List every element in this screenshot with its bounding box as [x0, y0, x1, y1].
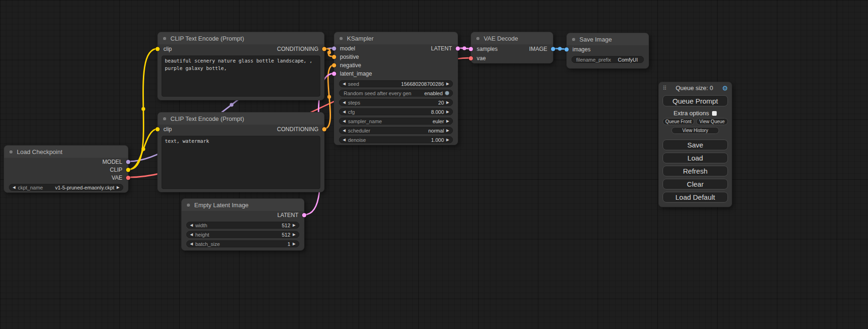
widget-sampler-name[interactable]: ◀ sampler_name euler ▶	[339, 118, 453, 125]
widget-cfg[interactable]: ◀ cfg 8.000 ▶	[339, 108, 453, 115]
node-vae-decode[interactable]: VAE Decode samples IMAGE vae	[471, 32, 553, 63]
link-midpoint-dot[interactable]	[463, 47, 466, 50]
collapse-dot-icon[interactable]	[339, 36, 343, 41]
input-label-samples: samples	[477, 46, 498, 52]
save-button[interactable]: Save	[663, 140, 728, 150]
node-clip-text-encode-negative[interactable]: CLIP Text Encode (Prompt) clip CONDITION…	[157, 112, 325, 192]
decrement-arrow-icon[interactable]: ◀	[343, 138, 346, 142]
node-ksampler[interactable]: KSampler model LATENT positive negative …	[334, 32, 458, 145]
view-history-button[interactable]: View History	[671, 127, 719, 134]
increment-arrow-icon[interactable]: ▶	[446, 138, 449, 142]
load-default-button[interactable]: Load Default	[663, 192, 728, 203]
node-titlebar[interactable]: CLIP Text Encode (Prompt)	[158, 112, 324, 125]
node-titlebar[interactable]: Load Checkpoint	[4, 146, 128, 158]
input-port-model[interactable]	[332, 47, 336, 51]
output-label-latent: LATENT	[277, 212, 298, 218]
prompt-textarea[interactable]: text, watermark	[162, 136, 320, 189]
widget-value: enabled	[424, 91, 443, 96]
node-graph-canvas[interactable]: Load Checkpoint MODEL CLIP VAE ◀ ckpt_na…	[0, 0, 868, 329]
increment-arrow-icon[interactable]: ▶	[293, 242, 296, 246]
input-port-latent-image[interactable]	[332, 72, 336, 76]
view-queue-button[interactable]: View Queue	[696, 118, 728, 125]
node-load-checkpoint[interactable]: Load Checkpoint MODEL CLIP VAE ◀ ckpt_na…	[4, 145, 128, 193]
input-port-clip[interactable]	[155, 47, 160, 51]
input-port-negative[interactable]	[332, 63, 336, 68]
node-save-image[interactable]: Save Image images filename_prefix ComfyU…	[566, 33, 649, 69]
widget-label: scheduler	[348, 128, 370, 133]
increment-arrow-icon[interactable]: ▶	[446, 119, 449, 123]
widget-steps[interactable]: ◀ steps 20 ▶	[339, 99, 453, 106]
decrement-arrow-icon[interactable]: ◀	[343, 129, 346, 133]
widget-denoise[interactable]: ◀ denoise 1.000 ▶	[339, 136, 453, 143]
decrement-arrow-icon[interactable]: ◀	[190, 233, 193, 237]
decrement-arrow-icon[interactable]: ◀	[343, 110, 346, 114]
link-midpoint-dot[interactable]	[230, 103, 233, 107]
drag-handle-icon[interactable]: ⠿	[663, 85, 667, 91]
output-port-model[interactable]	[126, 160, 130, 164]
increment-arrow-icon[interactable]: ▶	[446, 110, 449, 114]
widget-filename-prefix[interactable]: filename_prefix ComfyUI	[572, 56, 644, 63]
link-midpoint-dot[interactable]	[558, 47, 562, 51]
extra-options-checkbox[interactable]	[712, 111, 717, 116]
collapse-dot-icon[interactable]	[186, 203, 191, 207]
widget-value: 1	[288, 241, 290, 247]
decrement-arrow-icon[interactable]: ◀	[343, 101, 346, 105]
increment-arrow-icon[interactable]: ▶	[293, 233, 296, 237]
collapse-dot-icon[interactable]	[9, 150, 13, 154]
increment-arrow-icon[interactable]: ▶	[446, 82, 449, 86]
input-port-vae[interactable]	[469, 56, 473, 61]
increment-arrow-icon[interactable]: ▶	[446, 101, 449, 105]
link-midpoint-dot[interactable]	[141, 107, 145, 111]
input-label-images: images	[572, 46, 591, 53]
increment-arrow-icon[interactable]: ▶	[446, 129, 449, 133]
input-port-clip[interactable]	[155, 127, 160, 132]
collapse-dot-icon[interactable]	[572, 37, 576, 42]
menu-panel: ⠿ Queue size: 0 ⚙ Queue Prompt Extra opt…	[658, 82, 732, 207]
output-port-latent[interactable]	[456, 47, 460, 51]
decrement-arrow-icon[interactable]: ◀	[343, 82, 346, 86]
link-midpoint-dot[interactable]	[327, 95, 331, 99]
refresh-button[interactable]: Refresh	[663, 166, 728, 176]
node-titlebar[interactable]: Save Image	[567, 33, 649, 45]
output-port-vae[interactable]	[126, 175, 130, 180]
output-port-latent[interactable]	[302, 213, 306, 217]
node-titlebar[interactable]: CLIP Text Encode (Prompt)	[158, 32, 324, 44]
output-port-clip[interactable]	[126, 168, 130, 172]
input-port-images[interactable]	[565, 48, 569, 52]
collapse-dot-icon[interactable]	[476, 36, 480, 41]
decrement-arrow-icon[interactable]: ◀	[13, 186, 15, 189]
node-titlebar[interactable]: VAE Decode	[471, 32, 553, 44]
collapse-dot-icon[interactable]	[162, 117, 167, 121]
collapse-dot-icon[interactable]	[162, 36, 167, 41]
output-port-image[interactable]	[551, 47, 555, 51]
decrement-arrow-icon[interactable]: ◀	[190, 224, 193, 227]
node-titlebar[interactable]: KSampler	[334, 32, 458, 44]
node-clip-text-encode-positive[interactable]: CLIP Text Encode (Prompt) clip CONDITION…	[157, 32, 325, 100]
output-port-conditioning[interactable]	[322, 127, 326, 132]
widget-width[interactable]: ◀ width 512 ▶	[186, 222, 299, 229]
input-port-samples[interactable]	[469, 47, 473, 51]
prompt-textarea[interactable]: beautiful scenery nature glass bottle la…	[162, 56, 320, 97]
queue-prompt-button[interactable]: Queue Prompt	[663, 95, 728, 106]
widget-seed[interactable]: ◀ seed 156680208700286 ▶	[339, 80, 453, 87]
decrement-arrow-icon[interactable]: ◀	[343, 119, 346, 123]
output-port-conditioning[interactable]	[322, 47, 326, 51]
widget-scheduler[interactable]: ◀ scheduler normal ▶	[339, 127, 453, 134]
node-empty-latent-image[interactable]: Empty Latent Image LATENT ◀ width 512 ▶ …	[181, 198, 304, 251]
node-titlebar[interactable]: Empty Latent Image	[182, 199, 304, 211]
widget-height[interactable]: ◀ height 512 ▶	[186, 231, 299, 238]
toggle-knob-icon[interactable]	[445, 91, 449, 95]
increment-arrow-icon[interactable]: ▶	[293, 224, 296, 227]
widget-batch-size[interactable]: ◀ batch_size 1 ▶	[186, 240, 299, 247]
queue-front-button[interactable]: Queue Front	[663, 118, 694, 125]
widget-random-seed-toggle[interactable]: Random seed after every gen enabled	[339, 90, 453, 97]
link-midpoint-dot[interactable]	[327, 51, 331, 55]
increment-arrow-icon[interactable]: ▶	[117, 186, 120, 189]
clear-button[interactable]: Clear	[663, 179, 728, 189]
load-button[interactable]: Load	[663, 153, 728, 163]
input-port-positive[interactable]	[332, 55, 336, 59]
link-midpoint-dot[interactable]	[141, 147, 145, 151]
decrement-arrow-icon[interactable]: ◀	[190, 242, 193, 246]
widget-ckpt-name[interactable]: ◀ ckpt_name v1-5-pruned-emaonly.ckpt ▶	[9, 184, 123, 191]
settings-gear-icon[interactable]: ⚙	[722, 84, 728, 92]
